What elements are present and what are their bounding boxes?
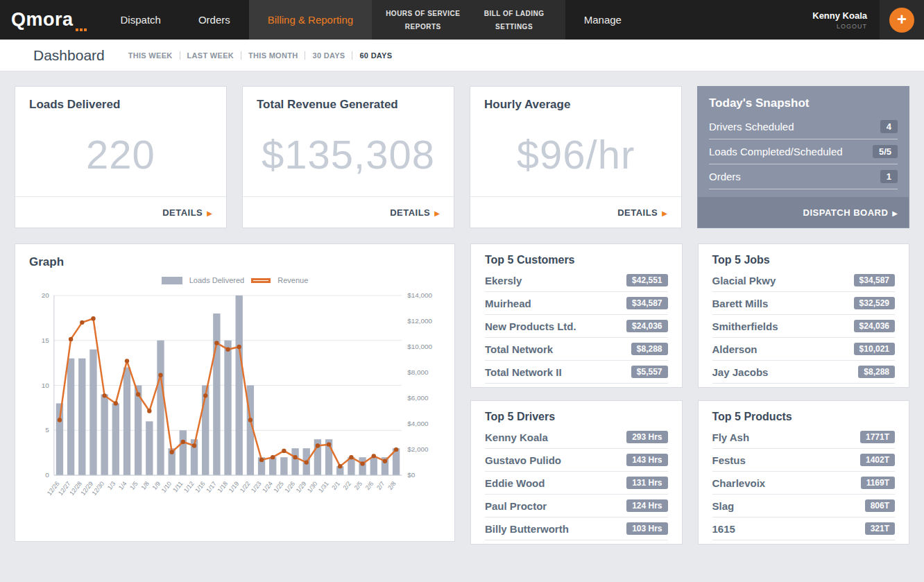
- submenu-reports[interactable]: REPORTS: [386, 23, 460, 31]
- svg-text:$6,000: $6,000: [407, 394, 429, 402]
- value-badge: 143 Hrs: [626, 454, 667, 466]
- svg-text:2/1: 2/1: [330, 480, 341, 491]
- snapshot-row-loads: Loads Completed/Scheduled 5/5: [709, 139, 898, 164]
- submenu-settings[interactable]: SETTINGS: [477, 23, 551, 31]
- value-badge: 1169T: [861, 477, 895, 489]
- list-item: Muirhead $34,587: [485, 292, 668, 315]
- loads-details-button[interactable]: DETAILS▶: [15, 196, 226, 228]
- graph-card: Graph Loads Delivered Revenue 05101520$0…: [15, 243, 455, 542]
- svg-text:1/10: 1/10: [160, 480, 173, 494]
- logout-link[interactable]: LOGOUT: [837, 23, 867, 30]
- svg-text:2/6: 2/6: [364, 480, 375, 491]
- value-badge: $24,036: [854, 320, 895, 332]
- svg-text:$4,000: $4,000: [407, 420, 429, 427]
- nav-item-billing-reporting[interactable]: Billing & Reporting: [249, 0, 372, 40]
- nav-spacer: [640, 0, 812, 40]
- svg-text:2/5: 2/5: [353, 480, 364, 491]
- svg-text:0: 0: [45, 471, 49, 479]
- filter-this-week[interactable]: THIS WEEK: [128, 51, 173, 60]
- svg-text:5: 5: [45, 426, 49, 434]
- list-item: Eddie Wood 131 Hrs: [485, 472, 668, 495]
- top-nav: Qmora Dispatch Orders Billing & Reportin…: [0, 0, 924, 40]
- snapshot-row-orders: Orders 1: [709, 164, 898, 189]
- nav-item-manage[interactable]: Manage: [565, 0, 640, 40]
- value-badge: 131 Hrs: [626, 477, 667, 489]
- top-jobs-card: Top 5 Jobs Glacial Pkwy $34,587 Barett M…: [698, 243, 910, 388]
- list-item: Total Network $8,288: [485, 338, 668, 361]
- bar-swatch-icon: [162, 277, 182, 284]
- filter-last-week[interactable]: LAST WEEK: [187, 51, 234, 60]
- hourly-details-button[interactable]: DETAILS▶: [470, 196, 681, 228]
- svg-text:1/18: 1/18: [216, 480, 229, 494]
- list-item: Slag 806T: [712, 495, 896, 517]
- revenue-details-button[interactable]: DETAILS▶: [243, 196, 454, 228]
- list-item: Ekersly $42,551: [485, 269, 668, 292]
- date-filters: THIS WEEK LAST WEEK THIS MONTH 30 DAYS 6…: [128, 51, 393, 60]
- list-item: Paul Proctor 124 Hrs: [485, 495, 668, 517]
- loads-delivered-card: Loads Delivered 220 DETAILS▶: [15, 86, 227, 228]
- svg-text:1/24: 1/24: [261, 480, 274, 494]
- add-button-area: +: [880, 0, 924, 40]
- svg-text:$12,000: $12,000: [407, 317, 432, 325]
- add-button[interactable]: +: [889, 8, 914, 33]
- dispatch-board-button[interactable]: DISPATCH BOARD▶: [698, 197, 909, 228]
- page-header: Dashboard THIS WEEK LAST WEEK THIS MONTH…: [0, 40, 924, 71]
- value-badge: $5,557: [631, 366, 668, 378]
- filter-separator: [241, 51, 241, 60]
- value-badge: $24,036: [626, 320, 667, 332]
- svg-text:$14,000: $14,000: [407, 291, 432, 299]
- value-badge: 124 Hrs: [626, 499, 667, 512]
- snapshot-row-drivers: Drivers Scheduled 4: [709, 114, 898, 139]
- svg-text:1/19: 1/19: [228, 480, 241, 494]
- list-item: Total Network II $5,557: [485, 361, 668, 384]
- filter-30-days[interactable]: 30 DAYS: [312, 51, 345, 60]
- brand-logo-dots-icon: [76, 28, 87, 31]
- total-revenue-card: Total Revenue Generated $135,308 DETAILS…: [242, 86, 454, 228]
- submenu-bill-of-lading[interactable]: BILL OF LADING: [477, 10, 551, 17]
- list-item: Glacial Pkwy $34,587: [712, 269, 896, 292]
- top-customers-list: Ekersly $42,551 Muirhead $34,587 New Pro…: [485, 269, 668, 384]
- value-badge: 806T: [865, 499, 895, 512]
- value-badge: $34,587: [854, 274, 895, 286]
- nav-item-dispatch[interactable]: Dispatch: [102, 0, 180, 40]
- filter-60-days[interactable]: 60 DAYS: [359, 51, 392, 60]
- svg-text:1/5: 1/5: [128, 480, 139, 491]
- value-badge: $34,587: [626, 297, 667, 309]
- svg-text:2/2: 2/2: [341, 480, 352, 491]
- svg-text:2/8: 2/8: [386, 480, 397, 491]
- submenu-hours-of-service[interactable]: HOURS OF SERVICE: [386, 10, 460, 17]
- value-badge: 1771T: [860, 431, 895, 443]
- value-badge: 1402T: [860, 454, 895, 466]
- svg-text:1/3: 1/3: [106, 480, 117, 491]
- list-item: Festus 1402T: [712, 449, 896, 472]
- brand-logo-text: Qmora: [11, 9, 74, 31]
- svg-text:1/31: 1/31: [317, 480, 330, 494]
- list-item: Alderson $10,021: [712, 338, 896, 361]
- line-swatch-icon: [251, 278, 271, 283]
- svg-text:1/26: 1/26: [284, 480, 297, 494]
- graph-svg: 05101520$0$2,000$4,000$6,000$8,000$10,00…: [29, 289, 440, 517]
- brand-logo[interactable]: Qmora: [0, 0, 102, 40]
- chevron-right-icon: ▶: [892, 209, 898, 217]
- snapshot-title: Today's Snapshot: [698, 87, 909, 114]
- value-badge: $8,288: [858, 366, 895, 378]
- svg-text:10: 10: [42, 382, 50, 389]
- svg-text:1/23: 1/23: [250, 480, 263, 494]
- nav-item-orders[interactable]: Orders: [180, 0, 249, 40]
- value-badge: $32,529: [854, 297, 895, 309]
- list-item: Billy Butterworth 103 Hrs: [485, 517, 668, 540]
- dashboard-main: Loads Delivered 220 DETAILS▶ Total Reven…: [0, 71, 924, 559]
- svg-text:2/7: 2/7: [375, 480, 386, 491]
- svg-text:1/25: 1/25: [272, 480, 285, 494]
- list-item: Kenny Koala 293 Hrs: [485, 426, 668, 449]
- metric-cards-row: Loads Delivered 220 DETAILS▶ Total Reven…: [15, 86, 909, 228]
- svg-text:20: 20: [42, 291, 50, 299]
- list-item: Charlevoix 1169T: [712, 472, 896, 495]
- svg-text:1/22: 1/22: [239, 480, 252, 494]
- top-products-card: Top 5 Products Fly Ash 1771T Festus 1402…: [698, 400, 910, 545]
- filter-this-month[interactable]: THIS MONTH: [248, 51, 298, 60]
- svg-text:1/11: 1/11: [171, 480, 184, 493]
- card-title: Hourly Average: [470, 87, 681, 112]
- list-item: Barett Mills $32,529: [712, 292, 896, 315]
- svg-text:1/8: 1/8: [139, 480, 151, 491]
